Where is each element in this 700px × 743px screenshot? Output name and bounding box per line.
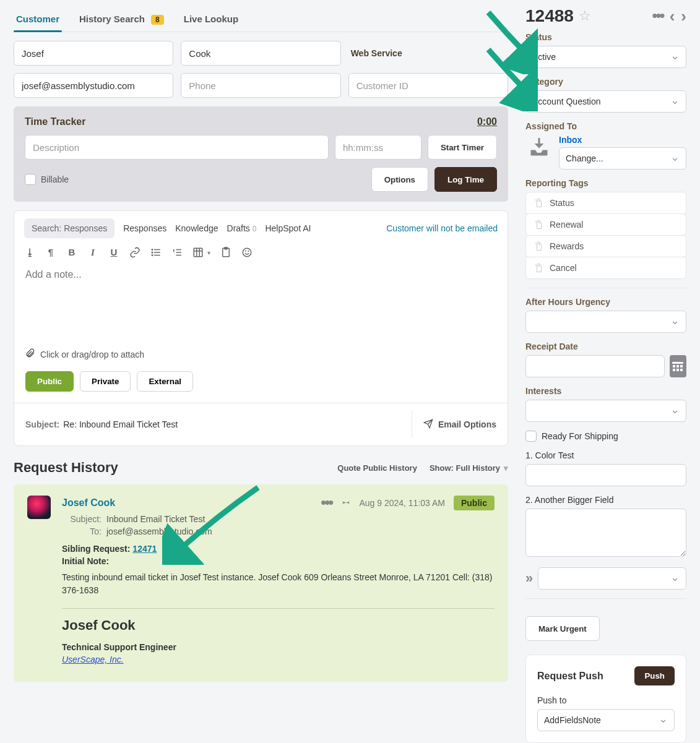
category-select[interactable]: Account Question [525,90,686,113]
phone-field[interactable] [181,73,340,98]
inbox-icon [525,135,553,160]
assigned-inbox-link[interactable]: Inbox [559,135,686,145]
sibling-request-label: Sibling Request: [62,544,130,554]
push-button[interactable]: Push [634,666,675,685]
tt-options-button[interactable]: Options [371,167,428,192]
tab-live-lookup[interactable]: Live Lookup [181,6,241,32]
italic-icon[interactable]: I [87,247,98,258]
table-dropdown-icon[interactable]: ▾ [207,249,210,256]
history-entry: Josef Cook ••• Aug 9 2024, 11:03 AM Publ… [14,484,508,682]
ready-shipping-row[interactable]: Ready For Shipping [525,431,686,442]
svg-point-17 [248,251,249,251]
tag-icon: 🏷 [533,198,544,208]
tt-description-input[interactable] [25,135,329,160]
signature-separator [62,608,495,609]
quick-action-select[interactable] [538,567,686,590]
star-icon[interactable]: ☆ [579,8,591,24]
quote-public-history-link[interactable]: Quote Public History [337,463,417,473]
email-field[interactable] [14,73,173,98]
tab-history-search[interactable]: History Search 8 [77,6,166,32]
vis-private-button[interactable]: Private [80,371,131,392]
customer-id-field[interactable] [348,73,508,98]
vis-external-button[interactable]: External [137,371,193,392]
tag-cancel[interactable]: 🏷Cancel [525,257,686,279]
fast-forward-icon[interactable]: » [525,570,533,586]
time-tracker-elapsed[interactable]: 0:00 [477,116,497,127]
tab-drafts[interactable]: Drafts 0 [227,223,257,233]
tab-history-label: History Search [79,14,145,24]
pin-icon[interactable] [340,497,350,509]
receipt-date-input[interactable] [525,355,665,377]
request-history-header: Request History Quote Public History Sho… [14,460,508,476]
tag-status-label: Status [550,198,574,208]
public-badge: Public [454,496,495,510]
paragraph-icon[interactable]: ¶ [45,247,56,258]
tag-status[interactable]: 🏷Status [525,192,686,214]
tag-icon: 🏷 [533,241,544,251]
push-to-select[interactable]: AddFieldsNote [537,709,675,731]
send-icon [423,419,433,431]
vis-public-button[interactable]: Public [25,371,74,392]
responses-search[interactable]: Search: Responses [24,218,115,238]
mark-urgent-button[interactable]: Mark Urgent [525,616,600,641]
tab-knowledge[interactable]: Knowledge [175,223,218,233]
bullet-list-icon[interactable] [150,247,162,258]
initial-note-label: Initial Note: [62,556,495,566]
svg-point-15 [243,248,251,257]
request-history-title: Request History [14,460,118,476]
billable-checkbox[interactable] [25,174,36,185]
tab-customer[interactable]: Customer [14,6,62,32]
prev-ticket-icon[interactable]: ‹ [670,8,675,24]
svg-point-5 [152,255,153,256]
entry-subject-value: Inbound Email Ticket Test [106,514,205,524]
clipboard-icon[interactable] [220,247,231,258]
svg-rect-9 [194,248,202,257]
assigned-change-select[interactable]: Change... [559,147,686,170]
ticket-header: 12488 ☆ ••• ‹ › [525,6,686,26]
link-icon[interactable] [129,247,140,258]
color-test-input[interactable] [525,464,686,486]
email-options-label: Email Options [438,419,496,429]
tab-responses[interactable]: Responses [123,223,166,233]
sibling-request-link[interactable]: 12471 [132,544,157,554]
signature-title: Technical Support Engineer [62,642,495,652]
log-time-button[interactable]: Log Time [434,167,497,192]
table-icon[interactable] [192,247,204,258]
entry-author[interactable]: Josef Cook [62,497,115,509]
emoji-icon[interactable] [241,247,253,258]
email-options-button[interactable]: Email Options [412,411,496,438]
underline-icon[interactable]: U [108,247,119,258]
reporting-tags-label: Reporting Tags [525,178,686,188]
bigger-field-textarea[interactable] [525,509,686,557]
svg-point-3 [152,249,153,251]
tag-renewal[interactable]: 🏷Renewal [525,213,686,236]
number-list-icon[interactable] [171,247,183,258]
signature-company-link[interactable]: UserScape, Inc. [62,655,124,664]
status-label: Status [525,32,686,42]
interests-select[interactable] [525,400,686,422]
bold-icon[interactable]: B [66,247,77,258]
tag-rewards[interactable]: 🏷Rewards [525,235,686,257]
tab-drafts-label: Drafts [227,223,250,233]
urgency-label: After Hours Urgency [525,297,686,307]
tab-helpspot-ai[interactable]: HelpSpot AI [265,223,311,233]
download-icon[interactable]: ⭳ [24,247,35,258]
status-select[interactable]: Active [525,46,686,68]
last-name-field[interactable] [181,41,340,66]
calendar-icon[interactable] [670,355,686,377]
billable-checkbox-row[interactable]: Billable [25,174,69,185]
customer-form: Web Service [14,41,508,98]
attach-row[interactable]: Click or drag/drop to attach [14,341,508,371]
note-textarea[interactable]: Add a note... [14,260,508,341]
first-name-field[interactable] [14,41,173,66]
show-history-dropdown[interactable]: Show: Full History ▾ [430,463,508,473]
entry-more-icon[interactable]: ••• [321,498,332,508]
ticket-more-icon[interactable]: ••• [652,11,663,21]
ready-shipping-checkbox[interactable] [525,431,537,442]
start-timer-button[interactable]: Start Timer [428,135,497,160]
subject-bar: Subject: Re: Inbound Email Ticket Test E… [14,403,508,445]
tt-hms-input[interactable] [335,135,421,160]
show-history-label: Show: Full History [430,463,500,473]
urgency-select[interactable] [525,311,686,333]
next-ticket-icon[interactable]: › [681,8,686,24]
